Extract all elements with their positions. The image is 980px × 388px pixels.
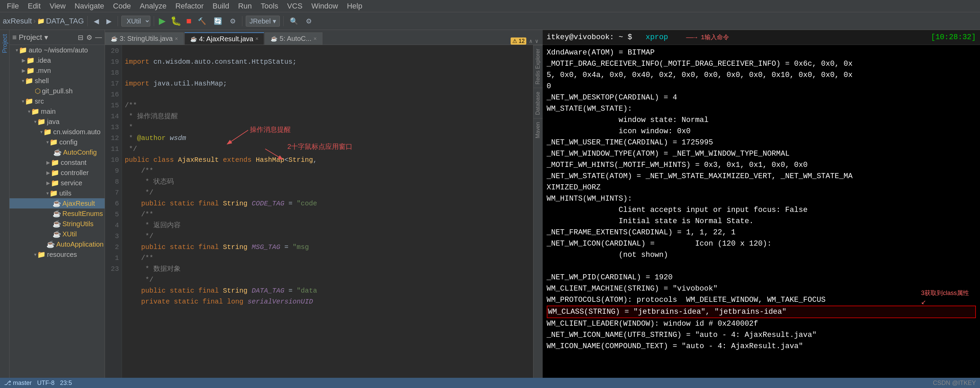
tree-ajaxresult[interactable]: ☕ AjaxResult: [10, 198, 105, 209]
breadcrumb-datatag: DATA_TAG: [46, 17, 84, 25]
tab-stringutils[interactable]: ☕ 3: StringUtils.java ×: [105, 32, 184, 44]
tree-mvn[interactable]: ▶ 📁 .mvn: [10, 65, 105, 76]
tree-stringutils[interactable]: ☕ StringUtils: [10, 219, 105, 229]
warning-badge: ⚠ 12: [511, 38, 526, 44]
gear-button[interactable]: ⚙: [303, 16, 315, 27]
tree-service-label: service: [60, 179, 82, 187]
stop-button[interactable]: ■: [185, 14, 193, 28]
tree-constant[interactable]: ▶ 📁 constant: [10, 157, 105, 168]
tree-src[interactable]: ▾ 📁 src: [10, 96, 105, 106]
tree-utils[interactable]: ▾ 📁 utils: [10, 188, 105, 198]
terminal-output-line-9: _NET_WM_USER_TIME(CARDINAL) = 1725995: [547, 137, 976, 148]
project-strip-tab[interactable]: Project: [0, 31, 10, 56]
menu-tools[interactable]: Tools: [257, 0, 282, 12]
util-dropdown[interactable]: XUtil: [121, 16, 150, 27]
code-editor[interactable]: import cn.wisdom.auto.constant.HttpStatu…: [122, 45, 533, 378]
tab-ajaxresult[interactable]: ☕ 4: AjaxResult.java ×: [185, 32, 264, 44]
tab-autoc[interactable]: ☕ 5: AutoC... ×: [265, 32, 323, 44]
tree-src-icon: 📁: [25, 97, 33, 105]
terminal-output-line-16: Initial state is Normal State.: [547, 215, 976, 227]
tree-mvn-arrow: ▶: [22, 68, 25, 73]
menu-vcs[interactable]: VCS: [283, 0, 307, 12]
breadcrumb-icon: 📁: [37, 17, 45, 25]
terminal-output-line-14: WM_HINTS(WM_HINTS):: [547, 193, 976, 204]
menu-file[interactable]: File: [3, 0, 23, 12]
menu-navigate[interactable]: Navigate: [70, 0, 108, 12]
database-tab[interactable]: Database: [533, 88, 542, 119]
tree-controller[interactable]: ▶ 📁 controller: [10, 168, 105, 178]
build-button[interactable]: 🔨: [195, 16, 209, 27]
back-button[interactable]: ◀: [91, 16, 102, 27]
menu-window[interactable]: Window: [307, 0, 342, 12]
tree-area: ▾ 📁 auto ~/wisdom/auto ▶ 📁 .idea ▶ 📁 .mv…: [10, 45, 105, 378]
menu-code[interactable]: Code: [109, 0, 135, 12]
tree-config[interactable]: ▾ 📁 config: [10, 137, 105, 147]
tree-main-arrow: ▾: [28, 109, 30, 114]
tree-service[interactable]: ▶ 📁 service: [10, 178, 105, 188]
tab-stringutils-close[interactable]: ×: [175, 36, 178, 42]
tree-xutil[interactable]: ☕ XUtil: [10, 229, 105, 239]
terminal-output-line-13: XIMIZED_HORZ: [547, 182, 976, 193]
terminal-output-line-25: WM_CLIENT_LEADER(WINDOW): window id # 0x…: [547, 318, 976, 329]
editor-content: 201918171615141312111098765432123 import…: [105, 45, 542, 378]
tree-java[interactable]: ▾ 📁 java: [10, 117, 105, 127]
sidebar-minus-icon[interactable]: —: [95, 33, 102, 41]
menu-help[interactable]: Help: [343, 0, 366, 12]
forward-button[interactable]: ▶: [103, 16, 114, 27]
main-content: Project ≡ Project ▾ ⊟ ⚙ — ▾ 📁 auto ~/wis…: [0, 30, 980, 378]
terminal-output-line-22: WM_CLIENT_MACHINE(STRING) = "vivobook": [547, 283, 976, 294]
tree-main[interactable]: ▾ 📁 main: [10, 106, 105, 117]
tree-shell-arrow: ▾: [22, 78, 24, 84]
redis-explorer-tab[interactable]: Redis Explorer: [533, 45, 542, 88]
tree-service-arrow: ▶: [46, 180, 50, 186]
tab-stringutils-label: 3: StringUtils.java: [119, 35, 173, 43]
sidebar-gear-icon[interactable]: ⚙: [86, 33, 92, 41]
sidebar-collapse-icon[interactable]: ⊟: [78, 33, 84, 41]
tree-root[interactable]: ▾ 📁 auto ~/wisdom/auto: [10, 45, 105, 55]
tree-autoconfig[interactable]: ☕ AutoConfig: [10, 147, 105, 157]
terminal-panel: itkey@vivobook: ~ $ xprop ——→ 1输入命令 [10:…: [542, 30, 980, 378]
tree-root-icon: 📁: [19, 46, 27, 54]
tree-resources[interactable]: ▾ 📁 resources: [10, 249, 105, 260]
tree-gitpull[interactable]: ⬡ git_pull.sh: [10, 86, 105, 96]
tree-root-arrow: ▾: [16, 48, 18, 53]
sync-button[interactable]: 🔄: [211, 16, 225, 27]
tab-ajaxresult-close[interactable]: ×: [255, 36, 258, 42]
tab-autoc-close[interactable]: ×: [313, 36, 317, 42]
settings-button[interactable]: ⚙: [227, 16, 239, 27]
menu-analyze[interactable]: Analyze: [136, 0, 170, 12]
scroll-up-icon[interactable]: ∧: [529, 38, 533, 44]
terminal-output-line-17: _NET_FRAME_EXTENTS(CARDINAL) = 1, 1, 22,…: [547, 227, 976, 238]
menu-refactor[interactable]: Refactor: [171, 0, 208, 12]
search-button[interactable]: 🔍: [287, 16, 301, 27]
tree-shell[interactable]: ▾ 📁 shell: [10, 76, 105, 86]
menu-run[interactable]: Run: [234, 0, 256, 12]
debug-button[interactable]: 🐛: [169, 14, 183, 28]
tree-resultenums[interactable]: ☕ ResultEnums: [10, 209, 105, 219]
terminal-annotation-1: ——→ 1输入命令: [686, 34, 729, 41]
maven-tab[interactable]: Maven: [533, 118, 542, 142]
tree-src-label: src: [35, 97, 44, 105]
terminal-output-line-26: _NET_WM_ICON_NAME(UTF8_STRING) = "auto -…: [547, 329, 976, 340]
tree-package[interactable]: ▾ 📁 cn.wisdom.auto: [10, 127, 105, 137]
tree-idea-label: .idea: [36, 57, 51, 64]
editor-tab-actions: ⚠ 12 ∧ ∨: [511, 38, 542, 44]
menu-view[interactable]: View: [45, 0, 70, 12]
tree-main-icon: 📁: [31, 107, 40, 116]
tree-idea[interactable]: ▶ 📁 .idea: [10, 55, 105, 65]
tree-java-arrow: ▾: [34, 119, 37, 124]
terminal-output-line-27: WM_ICON_NAME(COMPOUND_TEXT) = "auto - 4:…: [547, 340, 976, 352]
tree-autoapplication[interactable]: ☕ AutoApplication: [10, 239, 105, 249]
toolbar-sep-1: [87, 16, 88, 26]
tree-src-arrow: ▾: [22, 98, 24, 104]
jrebel-badge: JRebel ▾: [246, 16, 280, 27]
tree-constant-arrow: ▶: [46, 160, 50, 165]
status-encoding: UTF-8: [37, 380, 54, 386]
tree-constant-icon: 📁: [51, 158, 59, 166]
tree-pkg-icon: 📁: [43, 128, 52, 136]
menu-edit[interactable]: Edit: [24, 0, 45, 12]
run-button[interactable]: ▶: [158, 14, 167, 28]
toolbar: axResult › 📁 DATA_TAG ◀ ▶ XUtil ▶ 🐛 ■ 🔨 …: [0, 12, 980, 30]
menu-build[interactable]: Build: [208, 0, 234, 12]
scroll-down-icon[interactable]: ∨: [535, 38, 539, 44]
